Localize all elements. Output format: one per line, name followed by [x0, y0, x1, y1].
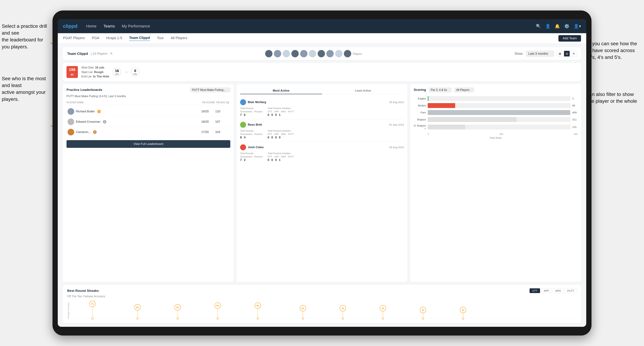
streak-dot-6 [342, 318, 344, 320]
subnav: PGAT Players PGA Hcaps 1-5 Team Clippd T… [58, 33, 586, 44]
scoring-panel-header: Scoring Par 3, 4 & 5s All Players [414, 88, 578, 92]
streak-badge-8: 3x [420, 307, 426, 313]
view-icons: ⊞ ⊟ ≡ [557, 51, 577, 57]
avatar-5[interactable] [300, 50, 308, 57]
streak-point-4: 5x [254, 303, 261, 320]
streak-badge-0: 7x [89, 301, 96, 307]
search-icon[interactable]: 🔍 [536, 24, 541, 29]
scoring-panel: Scoring Par 3, 4 & 5s All Players Eagles [410, 84, 581, 282]
ap-total-rounds-2: Total Rounds TournamentPractice 8 4 [240, 130, 266, 139]
streak-dot-8 [422, 318, 424, 320]
lb-row-3[interactable]: Cameron... 3 17/20 103 [66, 127, 230, 137]
annotation-bottom-left: See who is the most and leastactive amon… [2, 75, 51, 103]
show-label: Show: [514, 52, 523, 56]
lb-row-2[interactable]: Edward Crossman 2 18/20 107 [66, 117, 230, 127]
subnav-pga[interactable]: PGA [92, 36, 99, 41]
streak-dot-1 [136, 318, 138, 320]
bar-label-pars: Pars [414, 111, 426, 114]
streak-dot-3 [217, 318, 219, 320]
streak-dot-5 [302, 318, 304, 320]
ap-stats-3: Total Rounds TournamentPractice 7 2 [240, 152, 404, 162]
yds-end-circle: 0 yds [131, 68, 140, 76]
subnav-hcaps[interactable]: Hcaps 1-5 [106, 36, 122, 41]
streak-chart: Fairway Accuracy 7x 6x [67, 301, 577, 324]
three-col-grid: Practice Leaderboards PUTT Must Make Put… [63, 84, 581, 282]
arg-btn[interactable]: ARG [553, 288, 564, 293]
bar-fill-pars [428, 110, 570, 115]
bar-fill-eagles [428, 96, 428, 101]
card-view-btn[interactable]: ⊟ [564, 51, 570, 57]
ap-total-rounds-label-1: Total Rounds TournamentPractice 7 6 [240, 107, 266, 117]
players-filter-select[interactable]: All Players [454, 88, 474, 92]
avatar-2[interactable] [274, 50, 281, 57]
ap-avatar-3 [240, 144, 246, 150]
add-team-button[interactable]: Add Team [558, 35, 581, 42]
bar-track-birdies [428, 103, 570, 108]
streak-dot-9 [462, 318, 464, 320]
streak-points-container: 7x 6x 6x [72, 301, 573, 324]
lb-badge-3: 3 [93, 130, 96, 134]
par-filter-select[interactable]: Par 3, 4 & 5s [429, 88, 452, 92]
least-active-tab[interactable]: Least Active [322, 88, 404, 94]
shot-dist-badge: 198 SC [66, 66, 78, 78]
avatar-8[interactable] [326, 50, 334, 57]
leaderboard-title: Practice Leaderboards [66, 88, 102, 92]
activity-player-1: Blair McHarg 26 Aug 2023 Total Rounds To… [240, 97, 404, 119]
lb-score-3: 17/20 [201, 130, 215, 134]
settings-icon[interactable]: ⚙️ [564, 24, 570, 29]
streak-stem-5 [303, 311, 303, 318]
ap-header-2: Rees Britt 02 Sep 2023 [240, 122, 404, 128]
ap-name-2: Rees Britt [248, 123, 262, 127]
subnav-all-players[interactable]: All Players [171, 36, 187, 41]
ott-btn[interactable]: OTT [530, 288, 540, 293]
avatar-3[interactable] [282, 50, 290, 57]
streak-stem-8 [423, 313, 423, 318]
lb-col-player: PLAYER NAME [66, 101, 202, 104]
drill-select[interactable]: PUTT Must Make Putting... [190, 88, 230, 92]
subnav-pgat[interactable]: PGAT Players [63, 36, 85, 41]
navbar-link-teams[interactable]: Teams [104, 24, 115, 28]
list-view-btn[interactable]: ≡ [571, 51, 577, 57]
avatar-9[interactable] [335, 50, 342, 57]
avatar-10[interactable] [344, 50, 351, 57]
bell-icon[interactable]: 🔔 [555, 24, 560, 29]
bar-row-dbogeys: D. Bogeys + 131 [414, 124, 578, 130]
avatar-7[interactable] [318, 50, 325, 57]
putt-btn[interactable]: PUTT [565, 288, 577, 293]
lb-name-3: Cameron... [76, 130, 91, 134]
subnav-team-clippd[interactable]: Team Clippd [129, 36, 150, 41]
ap-name-1: Blair McHarg [248, 100, 266, 104]
subnav-tour[interactable]: Tour [157, 36, 164, 41]
navbar-link-home[interactable]: Home [86, 24, 96, 28]
scoring-title: Scoring [414, 88, 426, 92]
most-active-tab[interactable]: Most Active [240, 88, 322, 94]
avatar-icon[interactable]: 👤▾ [574, 24, 581, 29]
players-label: Players [352, 52, 362, 56]
ap-stats-2: Total Rounds TournamentPractice 8 4 [240, 130, 404, 139]
avatar-1[interactable] [265, 50, 272, 57]
team-name: Team Clippd [67, 52, 88, 56]
bar-value-eagles: 3 [572, 97, 578, 100]
streak-badge-4: 5x [254, 303, 261, 309]
streak-stem-3 [218, 309, 218, 318]
view-leaderboard-button[interactable]: View Full Leaderboard [66, 140, 230, 148]
leaderboard-panel: Practice Leaderboards PUTT Must Make Put… [63, 84, 234, 282]
lb-row-1[interactable]: Richard Butler 1 19/20 110 [66, 106, 230, 117]
y-axis-label: Fairway Accuracy [67, 303, 70, 319]
avatar-4[interactable] [292, 50, 299, 57]
edit-icon[interactable]: ✎ [110, 52, 113, 56]
ap-stats-1: Total Rounds TournamentPractice 7 6 [240, 107, 404, 117]
team-right: Show: Last 3 months ⊞ ⊟ ≡ [514, 51, 577, 57]
main-content: Team Clippd | 14 Players ✎ Players [58, 44, 586, 327]
app-btn[interactable]: APP [541, 288, 552, 293]
people-icon[interactable]: 👤 [545, 24, 550, 29]
avatar-6[interactable] [309, 50, 316, 57]
navbar-link-my-performance[interactable]: My Performance [122, 24, 150, 28]
show-select[interactable]: Last 3 months [526, 51, 554, 57]
grid-view-btn[interactable]: ⊞ [557, 51, 563, 57]
ap-name-3: Josh Coles [248, 146, 264, 149]
activity-panel: Most Active Least Active Blair McHarg 26… [236, 84, 408, 282]
bar-track-bogeys [428, 117, 570, 122]
streak-badge-2: 6x [174, 304, 181, 311]
streak-badge-7: 4x [380, 305, 386, 311]
